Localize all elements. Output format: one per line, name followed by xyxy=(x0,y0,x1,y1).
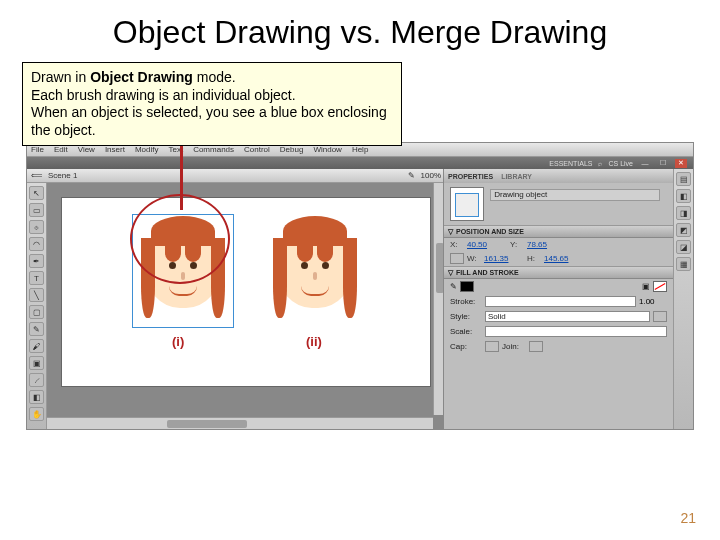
menu-insert[interactable]: Insert xyxy=(105,145,125,154)
stroke-value[interactable]: 1.00 xyxy=(639,297,667,306)
panel-tabs: PROPERTIES LIBRARY xyxy=(444,169,673,183)
selection-tool-icon[interactable]: ↖ xyxy=(29,186,44,200)
scene-bar: ⟸ Scene 1 ✎ 100% xyxy=(27,169,445,183)
pen-tool-icon[interactable]: ✒ xyxy=(29,254,44,268)
dock-icon[interactable]: ▦ xyxy=(676,257,691,271)
join-dropdown[interactable] xyxy=(529,341,543,352)
menu-commands[interactable]: Commands xyxy=(193,145,234,154)
collapsed-panels-dock: ▤ ◧ ◨ ◩ ◪ ▦ xyxy=(673,169,693,429)
style-dropdown[interactable]: Solid xyxy=(485,311,650,322)
y-value[interactable]: 78.65 xyxy=(527,240,567,249)
callout-box: Drawn in Object Drawing mode. Each brush… xyxy=(22,62,402,146)
menu-view[interactable]: View xyxy=(78,145,95,154)
dock-icon[interactable]: ▤ xyxy=(676,172,691,186)
hair-icon xyxy=(317,244,333,262)
y-label: Y: xyxy=(510,240,524,249)
object-thumbnail-icon xyxy=(450,187,484,221)
workspace-switcher[interactable]: ESSENTIALS xyxy=(549,160,592,167)
h-label: H: xyxy=(527,254,541,263)
pencil-icon: ✎ xyxy=(450,282,457,291)
text-tool-icon[interactable]: T xyxy=(29,271,44,285)
menu-file[interactable]: File xyxy=(31,145,44,154)
paint-bucket-tool-icon[interactable]: ▣ xyxy=(29,356,44,370)
menu-help[interactable]: Help xyxy=(352,145,368,154)
close-icon[interactable]: ✕ xyxy=(675,159,687,168)
search-icon[interactable]: ⌕ xyxy=(598,160,602,167)
drawing-object-ii[interactable] xyxy=(272,222,358,308)
flash-app-window: File Edit View Insert Modify Text Comman… xyxy=(26,142,694,430)
stage-area: (i) (ii) xyxy=(47,183,445,429)
zoom-value[interactable]: 100% xyxy=(421,171,441,180)
menu-window[interactable]: Window xyxy=(313,145,341,154)
tab-library[interactable]: LIBRARY xyxy=(501,173,532,180)
stroke-label: Stroke: xyxy=(450,297,482,306)
bucket-icon: ▣ xyxy=(642,282,650,291)
brush-tool-icon[interactable]: 🖌 xyxy=(29,339,44,353)
eye-icon xyxy=(322,262,329,269)
slide-title: Object Drawing vs. Merge Drawing xyxy=(0,0,720,57)
callout-line-3: When an object is selected, you see a bl… xyxy=(31,104,393,139)
minimize-icon[interactable]: — xyxy=(639,159,651,168)
x-label: X: xyxy=(450,240,464,249)
stroke-slider[interactable] xyxy=(485,296,636,307)
eyedropper-tool-icon[interactable]: ⟋ xyxy=(29,373,44,387)
dock-icon[interactable]: ◩ xyxy=(676,223,691,237)
hair-icon xyxy=(283,216,347,246)
properties-object-header: Drawing object xyxy=(444,183,673,225)
cap-dropdown[interactable] xyxy=(485,341,499,352)
style-label: Style: xyxy=(450,312,482,321)
callout-highlight-circle xyxy=(130,194,230,284)
dock-icon[interactable]: ◨ xyxy=(676,206,691,220)
hand-tool-icon[interactable]: ✋ xyxy=(29,407,44,421)
menu-debug[interactable]: Debug xyxy=(280,145,304,154)
lasso-tool-icon[interactable]: ◠ xyxy=(29,237,44,251)
menu-modify[interactable]: Modify xyxy=(135,145,159,154)
stroke-color-swatch[interactable] xyxy=(460,281,474,292)
maximize-icon[interactable]: ☐ xyxy=(657,159,669,168)
dock-icon[interactable]: ◪ xyxy=(676,240,691,254)
x-value[interactable]: 40.50 xyxy=(467,240,507,249)
figure-label-ii: (ii) xyxy=(306,334,322,349)
workspace-band: ESSENTIALS ⌕ CS Live — ☐ ✕ xyxy=(27,157,693,169)
join-label: Join: xyxy=(502,342,526,351)
h-value[interactable]: 145.65 xyxy=(544,254,584,263)
cs-live-button[interactable]: CS Live xyxy=(608,160,633,167)
mouth-icon xyxy=(301,286,329,296)
rectangle-tool-icon[interactable]: ▢ xyxy=(29,305,44,319)
edit-style-icon[interactable] xyxy=(653,311,667,322)
menu-edit[interactable]: Edit xyxy=(54,145,68,154)
cap-label: Cap: xyxy=(450,342,482,351)
section-position-size[interactable]: ▽POSITION AND SIZE xyxy=(444,225,673,238)
twirl-icon: ▽ xyxy=(448,269,453,277)
lock-aspect-icon[interactable] xyxy=(450,253,464,264)
scale-label: Scale: xyxy=(450,327,482,336)
hair-icon xyxy=(273,238,287,318)
eraser-tool-icon[interactable]: ◧ xyxy=(29,390,44,404)
w-label: W: xyxy=(467,254,481,263)
subselection-tool-icon[interactable]: ▭ xyxy=(29,203,44,217)
menu-control[interactable]: Control xyxy=(244,145,270,154)
page-number: 21 xyxy=(680,510,696,526)
scale-dropdown[interactable] xyxy=(485,326,667,337)
horizontal-scrollbar[interactable] xyxy=(47,417,433,429)
section-fill-stroke[interactable]: ▽FILL AND STROKE xyxy=(444,266,673,279)
tab-properties[interactable]: PROPERTIES xyxy=(448,173,493,180)
canvas[interactable]: (i) (ii) xyxy=(61,197,431,387)
callout-line-1: Drawn in Object Drawing mode. xyxy=(31,69,393,87)
fill-color-swatch[interactable] xyxy=(653,281,667,292)
nose-icon xyxy=(313,272,317,280)
pencil-tool-icon[interactable]: ✎ xyxy=(29,322,44,336)
figure-label-i: (i) xyxy=(172,334,184,349)
edit-scene-icon[interactable]: ✎ xyxy=(408,171,415,180)
object-type-label: Drawing object xyxy=(490,189,660,201)
tools-panel: ↖ ▭ ⟐ ◠ ✒ T ╲ ▢ ✎ 🖌 ▣ ⟋ ◧ ✋ xyxy=(27,183,47,429)
scene-name[interactable]: Scene 1 xyxy=(48,171,77,180)
twirl-icon: ▽ xyxy=(448,228,453,236)
mouth-icon xyxy=(169,286,197,296)
w-value[interactable]: 161.35 xyxy=(484,254,524,263)
free-transform-tool-icon[interactable]: ⟐ xyxy=(29,220,44,234)
line-tool-icon[interactable]: ╲ xyxy=(29,288,44,302)
back-icon[interactable]: ⟸ xyxy=(31,171,42,180)
dock-icon[interactable]: ◧ xyxy=(676,189,691,203)
hair-icon xyxy=(297,244,313,262)
